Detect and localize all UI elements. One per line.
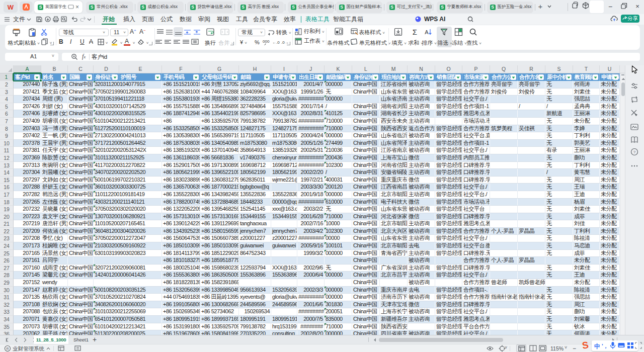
svg-text:W: W [8,4,14,11]
svg-text:R: R [6,347,9,350]
svg-text:A: A [425,29,429,35]
svg-text:?: ? [633,150,636,154]
svg-text:Σ: Σ [412,28,417,36]
svg-text:000: 000 [263,39,270,44]
svg-text:←.0: ←.0 [272,40,280,45]
